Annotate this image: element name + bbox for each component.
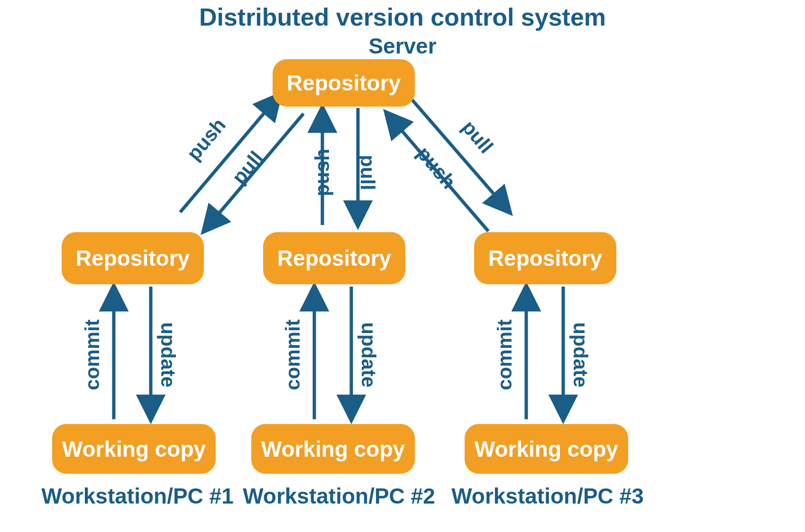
- ws1-caption: Workstation/PC #1: [31, 483, 244, 509]
- ws3-caption: Workstation/PC #3: [441, 483, 654, 509]
- ws1-wc-node: Working copy: [52, 424, 216, 474]
- ws2-repo-node: Repository: [263, 232, 405, 284]
- ws3-repo-node: Repository: [474, 232, 616, 284]
- server-repo-node: Repository: [273, 59, 415, 107]
- ws1-repo-node: Repository: [62, 232, 204, 284]
- ws2-wc-node: Working copy: [251, 424, 415, 474]
- ws3-update-label: update: [569, 322, 592, 388]
- ws2-commit-label: commit: [282, 319, 304, 390]
- ws2-push-label: push: [311, 149, 334, 196]
- ws3-wc-node: Working copy: [465, 424, 628, 474]
- ws3-commit-label: commit: [494, 319, 516, 390]
- ws1-commit-label: commit: [81, 319, 104, 390]
- ws2-update-label: update: [357, 322, 380, 388]
- diagram-title: Distributed version control system: [0, 3, 805, 31]
- ws2-pull-label: pull: [356, 155, 379, 190]
- ws1-update-label: update: [156, 322, 179, 388]
- ws2-caption: Workstation/PC #2: [232, 483, 446, 509]
- server-label: Server: [0, 33, 805, 59]
